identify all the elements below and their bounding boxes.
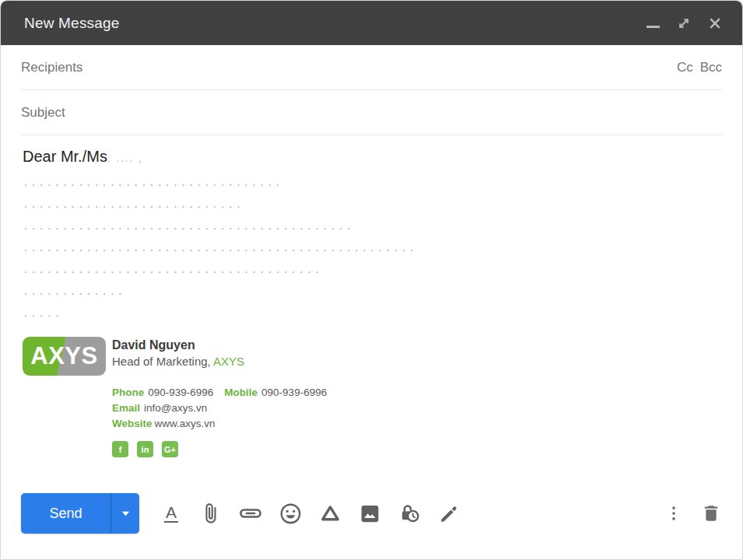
- website-value: www.axys.vn: [155, 418, 216, 429]
- insert-signature-button[interactable]: [438, 502, 460, 525]
- role-text: Head of Marketing,: [112, 355, 213, 368]
- email-label: Email: [112, 402, 140, 414]
- linkedin-icon[interactable]: in: [137, 441, 153, 457]
- field-divider: [21, 135, 722, 135]
- subject-field[interactable]: Subject: [1, 90, 742, 135]
- pop-out-button[interactable]: [674, 13, 694, 33]
- attach-file-button[interactable]: [200, 502, 222, 525]
- googleplus-icon[interactable]: G+: [162, 441, 178, 457]
- website-row: Websitewww.axys.vn: [112, 416, 720, 432]
- subject-placeholder: Subject: [21, 105, 65, 121]
- pen-icon: [437, 502, 461, 525]
- body-dot-line: .............: [23, 281, 720, 303]
- compose-toolbar: Send A: [1, 493, 742, 534]
- message-body[interactable]: Dear Mr./Ms. .... , ....................…: [1, 135, 742, 493]
- lock-clock-icon: [398, 502, 422, 526]
- formatting-options-button[interactable]: A: [160, 502, 182, 525]
- link-icon: [238, 501, 263, 526]
- insert-photo-button[interactable]: [359, 502, 380, 525]
- greeting-dots: . .... ,: [107, 151, 142, 164]
- insert-drive-file-button[interactable]: [319, 502, 341, 525]
- toolbar-right: [663, 502, 722, 525]
- close-icon: [706, 15, 724, 32]
- text-format-icon: A: [164, 504, 178, 523]
- discard-draft-button[interactable]: [700, 502, 722, 525]
- window-title: New Message: [24, 15, 120, 32]
- email-value: info@axys.vn: [144, 402, 207, 414]
- confidential-mode-button[interactable]: [398, 502, 420, 525]
- paperclip-icon: [199, 501, 223, 526]
- close-button[interactable]: [705, 13, 725, 33]
- trash-icon: [700, 502, 722, 525]
- axys-logo: AXYS: [23, 337, 106, 376]
- greeting-line: Dear Mr./Ms. .... ,: [23, 148, 720, 166]
- window-controls: [643, 13, 725, 33]
- social-links: f in G+: [112, 441, 720, 457]
- cc-toggle[interactable]: Cc: [677, 60, 693, 75]
- phone-value: 090-939-6996: [148, 387, 213, 398]
- signature-name: David Nguyen: [112, 338, 720, 352]
- website-label: Website: [112, 418, 152, 429]
- send-split-button: Send: [21, 493, 139, 534]
- google-drive-icon: [318, 502, 342, 526]
- body-dot-line: .................................: [23, 172, 720, 194]
- phone-label: Phone: [112, 387, 144, 398]
- expand-icon: [675, 15, 692, 32]
- signature-role: Head of Marketing, AXYS: [112, 355, 720, 368]
- compose-titlebar[interactable]: New Message: [1, 1, 742, 45]
- mobile-value: 090-939-6996: [261, 387, 327, 398]
- compose-window: New Message: [0, 0, 743, 560]
- send-options-button[interactable]: [111, 493, 139, 534]
- facebook-icon[interactable]: f: [112, 441, 128, 457]
- email-row: Emailinfo@axys.vn: [112, 401, 720, 416]
- greeting-text: Dear Mr./Ms: [23, 148, 107, 165]
- mobile-label: Mobile: [224, 387, 258, 398]
- insert-link-button[interactable]: [240, 502, 261, 525]
- recipients-placeholder: Recipients: [21, 60, 82, 75]
- signature-header: David Nguyen Head of Marketing, AXYS: [112, 337, 720, 376]
- email-signature: AXYS David Nguyen Head of Marketing, AXY…: [23, 337, 720, 457]
- bcc-toggle[interactable]: Bcc: [700, 60, 722, 75]
- body-dot-line: ............................: [23, 194, 720, 215]
- signature-contacts: Phone090-939-6996Mobile090-939-6996 Emai…: [112, 385, 720, 432]
- more-options-button[interactable]: [663, 502, 685, 525]
- emoji-icon: [279, 502, 303, 526]
- phone-row: Phone090-939-6996Mobile090-939-6996: [112, 385, 720, 401]
- chevron-down-icon: [121, 511, 130, 516]
- insert-emoji-button[interactable]: [279, 502, 301, 525]
- minimize-icon: [647, 26, 660, 28]
- more-vert-icon: [664, 502, 684, 524]
- body-dot-line: ........................................…: [23, 215, 720, 237]
- minimize-button[interactable]: [643, 13, 663, 33]
- body-dot-line: ......................................: [23, 259, 720, 281]
- body-dot-line: ........................................…: [23, 237, 720, 259]
- insert-tools: A: [160, 502, 460, 525]
- company-name: AXYS: [213, 355, 244, 368]
- send-button[interactable]: Send: [21, 493, 110, 534]
- recipients-field[interactable]: Recipients Cc Bcc: [1, 45, 742, 90]
- body-dot-line: .....: [23, 303, 720, 324]
- image-icon: [359, 502, 381, 525]
